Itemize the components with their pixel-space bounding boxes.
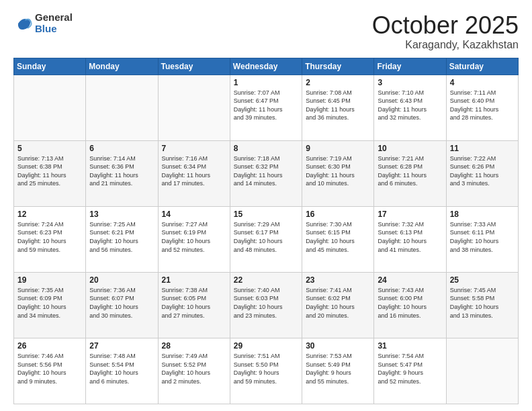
calendar-row-4: 26Sunrise: 7:46 AMSunset: 5:56 PMDayligh… (14, 338, 519, 404)
calendar-cell: 7Sunrise: 7:16 AMSunset: 6:34 PMDaylight… (158, 140, 230, 206)
day-number: 14 (162, 210, 226, 219)
calendar-cell: 16Sunrise: 7:30 AMSunset: 6:15 PMDayligh… (302, 206, 374, 272)
day-info: Sunrise: 7:21 AMSunset: 6:28 PMDaylight:… (378, 154, 442, 188)
calendar-cell (86, 75, 158, 140)
title-area: October 2025 Karagandy, Kazakhstan (372, 12, 519, 51)
calendar-table: Sunday Monday Tuesday Wednesday Thursday… (13, 58, 519, 404)
col-monday: Monday (86, 58, 158, 75)
day-info: Sunrise: 7:53 AMSunset: 5:49 PMDaylight:… (306, 352, 370, 385)
day-info: Sunrise: 7:54 AMSunset: 5:47 PMDaylight:… (378, 352, 442, 385)
calendar-cell: 6Sunrise: 7:14 AMSunset: 6:36 PMDaylight… (86, 140, 158, 206)
day-info: Sunrise: 7:38 AMSunset: 6:05 PMDaylight:… (162, 286, 226, 320)
day-info: Sunrise: 7:35 AMSunset: 6:09 PMDaylight:… (17, 286, 82, 320)
day-number: 30 (306, 341, 370, 351)
day-number: 22 (234, 275, 298, 285)
day-info: Sunrise: 7:25 AMSunset: 6:21 PMDaylight:… (89, 220, 154, 254)
day-number: 10 (378, 144, 442, 153)
day-info: Sunrise: 7:27 AMSunset: 6:19 PMDaylight:… (162, 220, 226, 254)
day-info: Sunrise: 7:33 AMSunset: 6:11 PMDaylight:… (450, 220, 515, 254)
day-info: Sunrise: 7:16 AMSunset: 6:34 PMDaylight:… (162, 154, 226, 188)
calendar-row-1: 5Sunrise: 7:13 AMSunset: 6:38 PMDaylight… (14, 140, 519, 206)
day-number: 9 (306, 144, 370, 153)
calendar-cell: 31Sunrise: 7:54 AMSunset: 5:47 PMDayligh… (374, 338, 446, 404)
calendar-cell: 20Sunrise: 7:36 AMSunset: 6:07 PMDayligh… (86, 272, 158, 338)
day-info: Sunrise: 7:11 AMSunset: 6:40 PMDaylight:… (450, 89, 515, 122)
day-info: Sunrise: 7:49 AMSunset: 5:52 PMDaylight:… (162, 352, 226, 385)
calendar-row-3: 19Sunrise: 7:35 AMSunset: 6:09 PMDayligh… (14, 272, 519, 338)
col-tuesday: Tuesday (158, 58, 230, 75)
calendar-cell: 15Sunrise: 7:29 AMSunset: 6:17 PMDayligh… (230, 206, 302, 272)
page: General Blue October 2025 Karagandy, Kaz… (0, 0, 532, 411)
logo: General Blue (13, 12, 73, 34)
calendar-cell: 17Sunrise: 7:32 AMSunset: 6:13 PMDayligh… (374, 206, 446, 272)
calendar-cell: 12Sunrise: 7:24 AMSunset: 6:23 PMDayligh… (14, 206, 86, 272)
calendar-cell (446, 338, 518, 404)
day-number: 21 (162, 275, 226, 285)
calendar-cell: 27Sunrise: 7:48 AMSunset: 5:54 PMDayligh… (86, 338, 158, 404)
day-number: 8 (234, 144, 298, 153)
logo-general-text: General (35, 12, 73, 24)
day-number: 12 (17, 210, 82, 219)
day-number: 13 (89, 210, 154, 219)
calendar-cell: 19Sunrise: 7:35 AMSunset: 6:09 PMDayligh… (14, 272, 86, 338)
day-info: Sunrise: 7:22 AMSunset: 6:26 PMDaylight:… (450, 154, 515, 188)
day-number: 11 (450, 144, 515, 153)
calendar-cell: 8Sunrise: 7:18 AMSunset: 6:32 PMDaylight… (230, 140, 302, 206)
day-info: Sunrise: 7:32 AMSunset: 6:13 PMDaylight:… (378, 220, 442, 254)
calendar-cell: 22Sunrise: 7:40 AMSunset: 6:03 PMDayligh… (230, 272, 302, 338)
day-info: Sunrise: 7:10 AMSunset: 6:43 PMDaylight:… (378, 89, 442, 122)
calendar-cell: 10Sunrise: 7:21 AMSunset: 6:28 PMDayligh… (374, 140, 446, 206)
day-info: Sunrise: 7:40 AMSunset: 6:03 PMDaylight:… (234, 286, 298, 320)
calendar-cell: 14Sunrise: 7:27 AMSunset: 6:19 PMDayligh… (158, 206, 230, 272)
day-number: 23 (306, 275, 370, 285)
col-friday: Friday (374, 58, 446, 75)
calendar-cell: 1Sunrise: 7:07 AMSunset: 6:47 PMDaylight… (230, 75, 302, 140)
day-number: 2 (306, 78, 370, 87)
col-wednesday: Wednesday (230, 58, 302, 75)
day-number: 28 (162, 341, 226, 351)
calendar-row-0: 1Sunrise: 7:07 AMSunset: 6:47 PMDaylight… (14, 75, 519, 140)
day-number: 15 (234, 210, 298, 219)
calendar-cell: 21Sunrise: 7:38 AMSunset: 6:05 PMDayligh… (158, 272, 230, 338)
day-number: 27 (89, 341, 154, 351)
calendar-cell: 30Sunrise: 7:53 AMSunset: 5:49 PMDayligh… (302, 338, 374, 404)
day-info: Sunrise: 7:08 AMSunset: 6:45 PMDaylight:… (306, 89, 370, 122)
day-info: Sunrise: 7:13 AMSunset: 6:38 PMDaylight:… (17, 154, 82, 188)
location-subtitle: Karagandy, Kazakhstan (372, 39, 519, 51)
calendar-cell: 5Sunrise: 7:13 AMSunset: 6:38 PMDaylight… (14, 140, 86, 206)
calendar-cell: 18Sunrise: 7:33 AMSunset: 6:11 PMDayligh… (446, 206, 518, 272)
day-number: 1 (234, 78, 298, 87)
col-thursday: Thursday (302, 58, 374, 75)
day-info: Sunrise: 7:30 AMSunset: 6:15 PMDaylight:… (306, 220, 370, 254)
day-info: Sunrise: 7:43 AMSunset: 6:00 PMDaylight:… (378, 286, 442, 320)
day-info: Sunrise: 7:46 AMSunset: 5:56 PMDaylight:… (17, 352, 82, 385)
calendar-row-2: 12Sunrise: 7:24 AMSunset: 6:23 PMDayligh… (14, 206, 519, 272)
day-number: 6 (89, 144, 154, 153)
calendar-cell: 4Sunrise: 7:11 AMSunset: 6:40 PMDaylight… (446, 75, 518, 140)
day-number: 4 (450, 78, 515, 87)
calendar-cell: 23Sunrise: 7:41 AMSunset: 6:02 PMDayligh… (302, 272, 374, 338)
day-info: Sunrise: 7:14 AMSunset: 6:36 PMDaylight:… (89, 154, 154, 188)
day-number: 7 (162, 144, 226, 153)
month-title: October 2025 (372, 12, 519, 39)
day-info: Sunrise: 7:07 AMSunset: 6:47 PMDaylight:… (234, 89, 298, 122)
day-number: 5 (17, 144, 82, 153)
day-info: Sunrise: 7:18 AMSunset: 6:32 PMDaylight:… (234, 154, 298, 188)
calendar-cell: 9Sunrise: 7:19 AMSunset: 6:30 PMDaylight… (302, 140, 374, 206)
day-number: 17 (378, 210, 442, 219)
day-number: 29 (234, 341, 298, 351)
day-number: 16 (306, 210, 370, 219)
calendar-cell: 11Sunrise: 7:22 AMSunset: 6:26 PMDayligh… (446, 140, 518, 206)
calendar-cell: 28Sunrise: 7:49 AMSunset: 5:52 PMDayligh… (158, 338, 230, 404)
calendar-cell (14, 75, 86, 140)
day-info: Sunrise: 7:48 AMSunset: 5:54 PMDaylight:… (89, 352, 154, 385)
day-number: 18 (450, 210, 515, 219)
calendar-cell (158, 75, 230, 140)
col-sunday: Sunday (14, 58, 86, 75)
logo-icon (13, 14, 32, 33)
logo-text: General Blue (35, 12, 73, 34)
day-number: 25 (450, 275, 515, 285)
calendar-cell: 29Sunrise: 7:51 AMSunset: 5:50 PMDayligh… (230, 338, 302, 404)
calendar-cell: 3Sunrise: 7:10 AMSunset: 6:43 PMDaylight… (374, 75, 446, 140)
calendar-cell: 26Sunrise: 7:46 AMSunset: 5:56 PMDayligh… (14, 338, 86, 404)
